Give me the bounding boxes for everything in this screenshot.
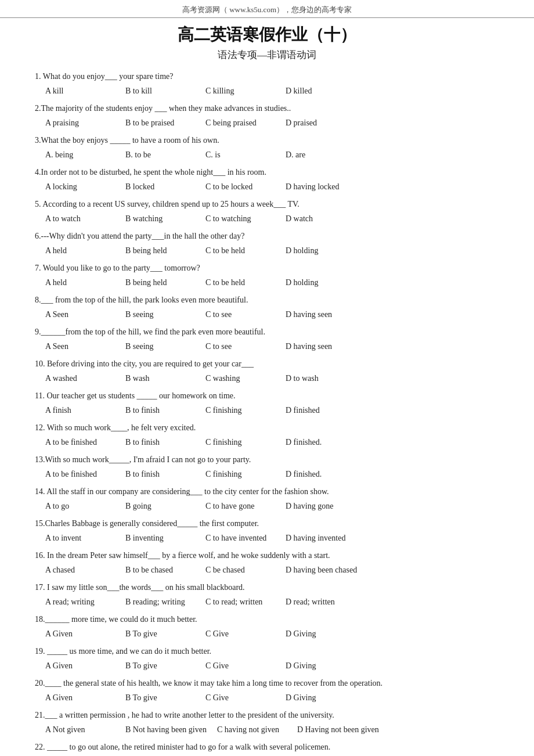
option-1-1: B to kill [125, 84, 195, 99]
option-13-1: B to finish [125, 467, 195, 482]
option-13-3: D finished. [286, 467, 355, 482]
options-row-11: A finishB to finishC finishingD finished [45, 404, 499, 418]
question-text-20: 20.____ the general state of his health,… [35, 676, 499, 691]
question-text-1: 1. What do you enjoy___ your spare time? [35, 70, 499, 84]
questions-container: 1. What do you enjoy___ your spare time?… [35, 70, 499, 756]
options-row-12: A to be finishedB to finishC finishingD … [45, 435, 499, 450]
option-8-0: A Seen [45, 308, 115, 322]
option-17-1: B reading; writing [125, 595, 195, 610]
option-10-0: A washed [45, 372, 115, 386]
option-10-2: C washing [205, 372, 275, 386]
options-row-16: A chasedB to be chasedC be chasedD havin… [45, 563, 499, 578]
question-text-5: 5. According to a recent US survey, chil… [35, 197, 499, 212]
option-17-2: C to read; written [205, 595, 275, 610]
question-10: 10. Before driving into the city, you ar… [35, 357, 499, 386]
option-20-3: D Giving [286, 691, 355, 705]
option-1-2: C killing [205, 84, 275, 99]
option-16-2: C be chased [205, 563, 275, 578]
content: 高二英语寒假作业（十） 语法专项—非谓语动词 1. What do you en… [0, 24, 534, 756]
option-6-2: C to be held [205, 244, 275, 258]
option-11-0: A finish [45, 404, 115, 418]
option-13-0: A to be finished [45, 467, 115, 482]
question-text-6: 6.---Why didn't you attend the party___i… [35, 229, 499, 244]
question-11: 11. Our teacher get us students _____ ou… [35, 389, 499, 417]
option-2-3: D praised [286, 116, 355, 131]
option-12-2: C finishing [205, 435, 275, 450]
options-row-14: A to goB goingC to have goneD having gon… [45, 499, 499, 514]
options-row-15: A to inventB inventingC to have invented… [45, 531, 499, 546]
question-17: 17. I saw my little son___the words___ o… [35, 581, 499, 609]
option-19-3: D Giving [286, 659, 355, 674]
option-3-2: C. is [205, 148, 275, 163]
question-14: 14. All the staff in our company are con… [35, 485, 499, 513]
options-row-5: A to watchB watchingC to watchingD watch [45, 212, 499, 226]
option-6-3: D holding [286, 244, 355, 258]
option-15-3: D having invented [286, 531, 355, 546]
option-21-3: D Having not been given [297, 723, 379, 737]
option-14-3: D having gone [286, 499, 355, 514]
question-text-4: 4.In order not to be disturbed, he spent… [35, 165, 499, 180]
question-text-14: 14. All the staff in our company are con… [35, 485, 499, 499]
options-row-7: A heldB being heldC to be heldD holding [45, 276, 499, 290]
options-row-21: A Not givenB Not having been givenC havi… [45, 723, 499, 737]
option-12-0: A to be finished [45, 435, 115, 450]
option-18-0: A Given [45, 627, 115, 642]
question-21: 21.___ a written permission , he had to … [35, 708, 499, 737]
options-row-1: A killB to killC killingD killed [45, 84, 499, 99]
option-2-0: A praising [45, 116, 115, 131]
option-9-2: C to see [205, 340, 275, 354]
option-20-0: A Given [45, 691, 115, 705]
option-11-3: D finished [286, 404, 355, 418]
options-row-20: A GivenB To giveC GiveD Giving [45, 691, 499, 705]
option-20-1: B To give [125, 691, 195, 705]
question-text-12: 12. With so much work____, he felt very … [35, 421, 499, 435]
question-text-13: 13.With so much work_____, I'm afraid I … [35, 453, 499, 467]
question-16: 16. In the dream Peter saw himself___ by… [35, 549, 499, 577]
option-15-0: A to invent [45, 531, 115, 546]
options-row-8: A SeenB seeingC to seeD having seen [45, 308, 499, 322]
option-8-3: D having seen [286, 308, 355, 322]
question-text-18: 18.______ more time, we could do it much… [35, 613, 499, 627]
option-21-1: B Not having been given [125, 723, 207, 737]
option-13-2: C finishing [205, 467, 275, 482]
option-5-0: A to watch [45, 212, 115, 226]
option-19-0: A Given [45, 659, 115, 674]
question-text-7: 7. Would you like to go to the party___ … [35, 261, 499, 276]
question-15: 15.Charles Babbage is generally consider… [35, 517, 499, 545]
option-3-1: B. to be [125, 148, 195, 163]
option-1-0: A kill [45, 84, 115, 99]
question-19: 19. _____ us more time, and we can do it… [35, 645, 499, 673]
question-13: 13.With so much work_____, I'm afraid I … [35, 453, 499, 481]
option-12-1: B to finish [125, 435, 195, 450]
option-18-3: D Giving [286, 627, 355, 642]
options-row-3: A. beingB. to beC. isD. are [45, 148, 499, 163]
option-10-3: D to wash [286, 372, 355, 386]
option-14-2: C to have gone [205, 499, 275, 514]
option-17-3: D read; written [286, 595, 355, 610]
option-1-3: D killed [286, 84, 355, 99]
question-3: 3.What the boy enjoys _____ to have a ro… [35, 134, 499, 162]
question-22: 22. _____ to go out alone, the retired m… [35, 740, 499, 756]
option-2-1: B to be praised [125, 116, 195, 131]
option-21-2: C having not given [217, 723, 287, 737]
question-text-22: 22. _____ to go out alone, the retired m… [35, 740, 499, 755]
question-9: 9.______from the top of the hill, we fin… [35, 325, 499, 354]
question-4: 4.In order not to be disturbed, he spent… [35, 165, 499, 194]
options-row-6: A heldB being heldC to be heldD holding [45, 244, 499, 258]
option-19-1: B To give [125, 659, 195, 674]
options-row-4: A lockingB lockedC to be lockedD having … [45, 180, 499, 195]
option-7-1: B being held [125, 276, 195, 290]
options-row-13: A to be finishedB to finishC finishingD … [45, 467, 499, 482]
option-9-3: D having seen [286, 340, 355, 354]
option-12-3: D finished. [286, 435, 355, 450]
option-15-2: C to have invented [205, 531, 275, 546]
option-7-3: D holding [286, 276, 355, 290]
option-4-1: B locked [125, 180, 195, 195]
option-4-2: C to be locked [205, 180, 275, 195]
question-5: 5. According to a recent US survey, chil… [35, 197, 499, 226]
option-7-2: C to be held [205, 276, 275, 290]
option-16-0: A chased [45, 563, 115, 578]
option-18-2: C Give [205, 627, 275, 642]
question-text-17: 17. I saw my little son___the words___ o… [35, 581, 499, 595]
question-18: 18.______ more time, we could do it much… [35, 613, 499, 641]
